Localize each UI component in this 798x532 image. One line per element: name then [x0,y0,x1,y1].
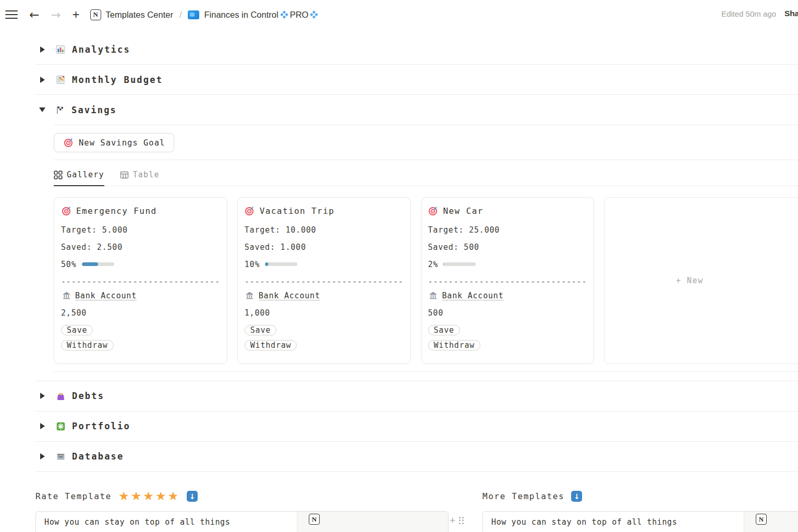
down-arrow-button-icon[interactable]: ↓ [187,491,198,502]
progress-bar [82,262,114,266]
section-title: Monthly Budget [72,75,163,85]
section-title: Debts [72,391,104,401]
toggle-collapsed-icon[interactable] [40,393,45,399]
section-title: Analytics [72,44,130,55]
template-bookmark-embed[interactable]: How you can stay on top of all things N [35,511,449,532]
down-arrow-button-icon[interactable]: ↓ [571,491,582,502]
section-title: Portfolio [72,421,130,431]
forward-arrow-icon[interactable]: → [51,9,61,21]
new-page-icon[interactable]: + [72,7,80,22]
sidebar-menu-icon[interactable] [5,10,18,19]
new-savings-card-button[interactable]: + New [604,197,798,364]
savings-section-body: New Savings Goal Gallery Table [54,125,798,372]
tab-gallery[interactable]: Gallery [54,170,104,186]
bank-account-link[interactable]: Bank Account [259,291,320,301]
savings-card-vacation-trip[interactable]: Vacation Trip Target: 10.000 Saved: 1.00… [237,197,411,364]
account-row: Bank Account [428,291,587,301]
rate-template-heading: Rate Template ★★★★★ ↓ [35,489,449,504]
tab-table[interactable]: Table [120,170,160,186]
view-tabs: Gallery Table [54,160,798,186]
section-savings[interactable]: Savings [35,95,798,125]
target-icon [61,206,71,216]
card-title: New Car [443,206,483,216]
diamond-icon [280,10,288,19]
card-title-row: Vacation Trip [245,206,404,216]
section-title: Savings [71,105,117,115]
savings-card-emergency-fund[interactable]: Emergency Fund Target: 5.000 Saved: 2.50… [54,197,227,364]
drag-handle-icon[interactable] [459,517,464,524]
dashed-separator: ------------------------------- [245,276,404,284]
card-title-row: New Car [428,206,587,216]
section-debts[interactable]: Debts [35,381,798,411]
progress-row: 10% [245,259,404,270]
bookmark-text-area: How you can stay on top of all things [36,512,297,532]
save-button[interactable]: Save [61,325,93,335]
amount-value: 2,500 [61,308,220,318]
nav-icons: ← → + [5,7,80,22]
saved-value: Saved: 2.500 [61,242,220,252]
breadcrumb-root[interactable]: Templates Center [106,10,173,20]
chequered-flag-icon [55,105,65,115]
breadcrumb-separator: / [178,10,184,20]
progress-row: 2% [428,259,587,270]
share-button[interactable]: Share [784,9,798,18]
dashed-separator: ------------------------------- [428,276,587,284]
notion-logo-icon: N [309,514,320,525]
memo-icon [55,75,66,85]
section-portfolio[interactable]: Portfolio [35,412,798,441]
bookmark-preview-area: N [744,512,798,532]
breadcrumb: N Templates Center / Finances in Control… [90,9,319,20]
five-stars-icon[interactable]: ★★★★★ [118,490,180,502]
savings-gallery: Emergency Fund Target: 5.000 Saved: 2.50… [54,197,798,364]
new-savings-goal-button[interactable]: New Savings Goal [54,133,174,152]
target-icon [63,138,74,148]
toggle-collapsed-icon[interactable] [40,46,45,53]
target-value: Target: 5.000 [61,225,220,235]
save-button[interactable]: Save [428,325,460,335]
toggle-expanded-icon[interactable] [39,107,45,112]
withdraw-button[interactable]: Withdraw [245,340,297,350]
green-asterisk-icon [55,421,66,431]
toggle-collapsed-icon[interactable] [40,423,45,429]
diamond-icon [310,10,318,19]
amount-value: 500 [428,308,587,318]
amount-value: 1,000 [245,308,404,318]
footer-columns: Rate Template ★★★★★ ↓ How you can stay o… [0,489,798,532]
page-thumbnail-icon [188,10,199,19]
section-analytics[interactable]: Analytics [35,34,798,64]
section-monthly-budget[interactable]: Monthly Budget [35,65,798,94]
divider [35,471,798,472]
handbag-icon [55,391,66,401]
saved-value: Saved: 1.000 [245,242,404,252]
notion-logo-icon: N [756,514,767,525]
add-block-icon[interactable]: + [450,515,455,526]
progress-row: 50% [61,259,220,270]
withdraw-button[interactable]: Withdraw [61,340,114,350]
back-arrow-icon[interactable]: ← [29,9,39,21]
table-icon [120,171,129,179]
target-value: Target: 25.000 [428,225,587,235]
bookmark-clipped-text: How you can stay on top of all things [491,517,735,527]
section-title: Database [72,451,124,462]
toggle-collapsed-icon[interactable] [40,453,45,460]
progress-bar [265,262,297,266]
withdraw-button[interactable]: Withdraw [428,340,481,350]
toggle-collapsed-icon[interactable] [40,77,45,83]
dashed-separator: ------------------------------- [61,276,220,284]
notion-logo-icon: N [90,9,101,20]
bank-account-link[interactable]: Bank Account [442,291,504,301]
card-title: Vacation Trip [260,206,334,216]
bank-account-link[interactable]: Bank Account [75,291,137,301]
section-database[interactable]: Database [35,442,798,471]
template-bookmark-embed[interactable]: How you can stay on top of all things N [482,511,798,532]
gallery-grid-icon [54,171,63,179]
percent-label: 10% [245,259,260,270]
bank-icon [428,291,439,301]
page-title[interactable]: Finances in Control PRO [204,10,319,20]
bookmark-text-area: How you can stay on top of all things [483,512,744,532]
card-title-row: Emergency Fund [61,206,220,216]
bar-chart-icon [55,44,66,55]
savings-card-new-car[interactable]: New Car Target: 25.000 Saved: 500 2% ---… [421,197,595,364]
save-button[interactable]: Save [245,325,276,335]
topbar-meta: Edited 50m ago Share [662,0,798,29]
